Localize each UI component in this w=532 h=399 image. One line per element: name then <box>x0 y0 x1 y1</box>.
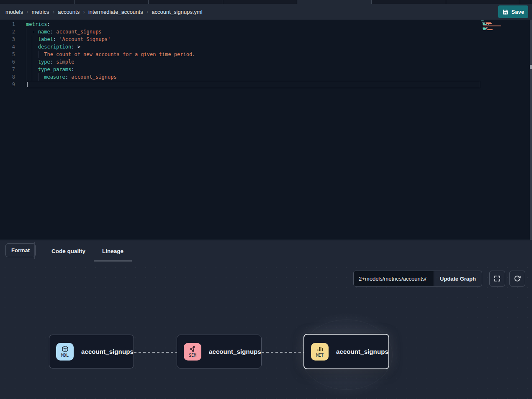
editor-tab-stub[interactable] <box>149 0 223 4</box>
code-line[interactable]: 3label: 'Account Signups' <box>0 36 532 43</box>
editor-tab-stub[interactable] <box>520 0 532 4</box>
tab-lineage[interactable]: Lineage <box>94 240 132 262</box>
indent-guide <box>26 58 26 66</box>
code-line[interactable]: 1metrics: <box>0 20 532 28</box>
indent-guide <box>32 73 32 81</box>
node-type-label: MET <box>316 353 324 358</box>
breadcrumb-separator-icon: › <box>83 8 85 15</box>
editor-tab-stub[interactable] <box>75 0 149 4</box>
editor-tab-stub[interactable] <box>0 0 75 4</box>
lineage-edge <box>262 352 304 353</box>
indent-guide <box>26 28 26 36</box>
lineage-canvas[interactable]: Update Graph M <box>0 263 532 399</box>
breadcrumb-separator-icon: › <box>146 8 149 15</box>
lineage-node-sem[interactable]: SEMaccount_signups <box>177 335 262 368</box>
indent-guide <box>32 36 32 43</box>
save-floppy-icon <box>502 9 509 15</box>
editor-scrollbar-thumb[interactable] <box>530 65 532 69</box>
refresh-icon <box>514 275 521 282</box>
editor-tab-stub[interactable] <box>446 0 521 4</box>
text-cursor <box>27 82 28 87</box>
code-line[interactable]: 2- name: account_signups <box>0 28 532 36</box>
breadcrumb-item[interactable]: intermediate_accounts <box>88 9 143 15</box>
line-text: description: > <box>26 43 80 51</box>
breadcrumb-bar: models›metrics›accounts›intermediate_acc… <box>0 4 532 20</box>
graph-selector-group: Update Graph <box>353 271 482 286</box>
panel-tabs: Code qualityLineage <box>43 240 132 262</box>
breadcrumb-item[interactable]: metrics <box>32 9 49 15</box>
line-content: type_params: <box>26 66 480 73</box>
line-number: 9 <box>0 81 15 88</box>
line-text: - name: account_signups <box>26 28 102 36</box>
lineage-node-met[interactable]: METaccount_signups <box>303 334 389 369</box>
code-editor[interactable]: 1metrics:2- name: account_signups3label:… <box>0 20 532 240</box>
editor-scrollbar[interactable] <box>530 20 532 240</box>
indent-guide <box>26 43 26 51</box>
minimap-line <box>481 29 527 30</box>
editor-tab-stub[interactable] <box>297 0 372 4</box>
minimap-line <box>481 31 527 31</box>
line-content: description: > <box>26 43 480 51</box>
line-content: The count of new accounts for a given ti… <box>26 51 480 58</box>
tab-code-quality[interactable]: Code quality <box>43 240 94 262</box>
line-content <box>26 81 480 88</box>
fullscreen-icon <box>493 275 501 282</box>
node-type-label: SEM <box>189 353 196 358</box>
line-content: measure: account_signups <box>26 73 480 81</box>
minimap-line <box>481 24 527 25</box>
breadcrumb-item[interactable]: accounts <box>58 9 80 15</box>
code-line[interactable]: 5The count of new accounts for a given t… <box>0 51 532 58</box>
code-line[interactable]: 9 <box>0 81 532 88</box>
code-line[interactable]: 6type: simple <box>0 58 532 66</box>
semantic-network-icon <box>189 345 196 353</box>
line-number: 8 <box>0 73 15 81</box>
breadcrumb-item[interactable]: models <box>5 9 23 15</box>
node-type-badge: SEM <box>184 343 201 361</box>
breadcrumb-separator-icon: › <box>26 8 28 15</box>
line-text: metrics: <box>26 20 50 28</box>
node-name-label: account_signups <box>336 348 388 355</box>
minimap-line <box>481 22 527 23</box>
node-type-badge: MET <box>311 343 329 361</box>
minimap[interactable] <box>481 20 527 32</box>
fullscreen-button[interactable] <box>489 271 505 286</box>
line-number: 4 <box>0 43 15 51</box>
graph-controls: Update Graph <box>353 271 525 286</box>
minimap-line <box>481 26 527 26</box>
line-text: The count of new accounts for a given ti… <box>26 51 195 58</box>
code-line[interactable]: 7type_params: <box>0 66 532 73</box>
line-text: type: simple <box>26 58 75 66</box>
node-type-label: MDL <box>61 353 69 358</box>
refresh-button[interactable] <box>509 271 525 286</box>
line-number: 6 <box>0 58 15 66</box>
line-number: 3 <box>0 36 15 43</box>
line-content: label: 'Account Signups' <box>26 36 480 43</box>
code-line[interactable]: 4description: > <box>0 43 532 51</box>
line-content: type: simple <box>26 58 480 66</box>
lineage-node-mdl[interactable]: MDLaccount_signups <box>49 335 134 368</box>
save-button[interactable]: Save <box>498 5 528 18</box>
indent-guide <box>32 43 32 51</box>
breadcrumb: models›metrics›accounts›intermediate_acc… <box>5 8 203 15</box>
line-text: type_params: <box>26 66 75 73</box>
indent-guide <box>32 58 32 66</box>
code-line[interactable]: 8measure: account_signups <box>0 73 532 81</box>
model-cube-icon <box>62 345 69 353</box>
editor-tab-stub[interactable] <box>372 0 446 4</box>
indent-guide <box>26 51 26 58</box>
indent-guide <box>38 73 39 81</box>
breadcrumb-item[interactable]: account_signups.yml <box>152 9 202 15</box>
graph-selector-input[interactable] <box>354 271 434 286</box>
line-content: metrics: <box>26 20 480 28</box>
line-text: label: 'Account Signups' <box>26 36 111 43</box>
bottom-panel: Format Code qualityLineage Update Graph <box>0 240 532 399</box>
update-graph-button[interactable]: Update Graph <box>434 271 482 286</box>
format-button[interactable]: Format <box>5 243 36 257</box>
line-number: 1 <box>0 20 15 28</box>
minimap-line <box>481 27 527 28</box>
line-content: - name: account_signups <box>26 28 480 36</box>
indent-guide <box>26 73 26 81</box>
metric-bars-icon <box>316 345 324 353</box>
indent-guide <box>38 51 39 58</box>
editor-tab-stub[interactable] <box>223 0 298 4</box>
